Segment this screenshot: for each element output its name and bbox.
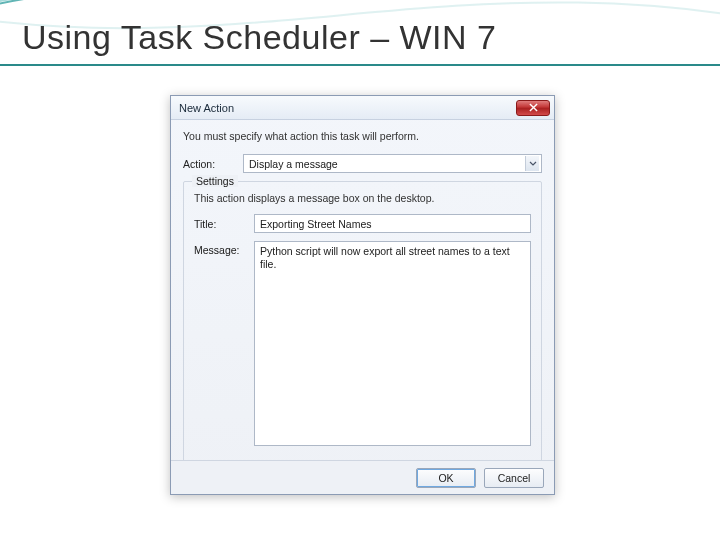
action-combobox[interactable]: Display a message: [243, 154, 542, 173]
title-field-label: Title:: [194, 218, 246, 230]
title-underline: [0, 64, 720, 66]
settings-group-label: Settings: [192, 175, 238, 187]
slide-title: Using Task Scheduler – WIN 7: [22, 18, 496, 57]
message-field-label: Message:: [194, 241, 246, 256]
dialog-title: New Action: [179, 102, 234, 114]
settings-group: Settings This action displays a message …: [183, 181, 542, 481]
close-icon: [529, 103, 538, 112]
dialog-instruction: You must specify what action this task w…: [183, 130, 542, 142]
cancel-button[interactable]: Cancel: [484, 468, 544, 488]
title-input[interactable]: Exporting Street Names: [254, 214, 531, 233]
dialog-button-row: OK Cancel: [171, 460, 554, 494]
new-action-dialog: New Action You must specify what action …: [170, 95, 555, 495]
chevron-down-icon: [525, 156, 539, 171]
settings-description: This action displays a message box on th…: [194, 192, 531, 204]
message-textarea[interactable]: Python script will now export all street…: [254, 241, 531, 446]
ok-button[interactable]: OK: [416, 468, 476, 488]
action-combobox-value: Display a message: [249, 158, 338, 170]
dialog-titlebar: New Action: [171, 96, 554, 120]
close-button[interactable]: [516, 100, 550, 116]
action-label: Action:: [183, 158, 235, 170]
